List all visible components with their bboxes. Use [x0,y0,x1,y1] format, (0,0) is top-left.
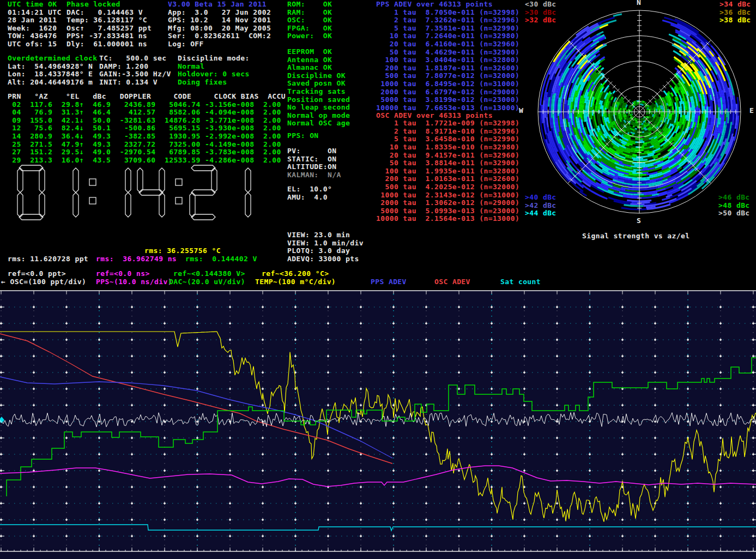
discipline-title: Discipline mode: [178,55,250,63]
rms-pps: rms: 36.962749 ns [96,255,177,263]
big-digital-clock [15,163,255,224]
version-title: V3.00 Beta 15 Jan 2011 [168,1,267,9]
fix-state: PV: ON STATIC: ON ALTITUDE:ON [287,147,337,171]
polar-caption: Signal strength vs az/el [582,232,690,241]
dbc-legend-item: >36 dBc [719,9,751,17]
dbc-legend-item: >32 dBc [525,16,557,25]
plot-label-sat-count: Sat count [500,278,541,286]
kalman-state: KALMAN: N/A [287,171,341,179]
dbc-legend-item: >38 dBc [719,16,751,25]
sat-table-rows: 02 117.6 29.8↑ 46.9 2436.89 5046.74 -3.1… [8,101,281,165]
pps-adev-table: 1 tau 8.7050e-011 (n=32998) 2 tau 7.3262… [376,9,519,112]
dbc-legend-bottom-right: >46 dBc>48 dBc>50 dBc [718,194,750,218]
compass-east: E [749,107,754,115]
utc-status: UTC time OK [8,1,57,9]
sat-table-header: PRN °AZ °EL dBc DOPPLER CODE CLOCK BIAS … [8,93,286,101]
scale-dac: DAC~(20.0 uV/div) [169,278,245,286]
pps-state: PPS: ON [287,132,319,140]
dbc-legend-bottom-left: >40 dBc>42 dBc>44 dBc [525,194,557,218]
view-settings: VIEW: 23.0 min VIEW: 1.0 min/div PLOTQ: … [287,231,364,263]
compass-south: S [637,217,641,225]
ref-osc: ref=<0.0 ppt> [8,270,66,278]
scale-temp: TEMP~(100 m°C/div) [255,278,336,286]
strip-chart-plot [0,290,756,559]
lady-heather-screen: UTC time OK 01:14:21 UTC 28 Jan 2011 Wee… [0,0,756,559]
discipline-state: Normal Holdover: 0 secs Doing fixes [178,63,250,87]
dbc-legend-top-left: <30 dBc>30 dBc>32 dBc [525,1,557,25]
loop-params: TC: 500.0 sec DAMP: 1.200 GAIN:-3.500 Hz… [99,55,171,86]
scale-osc: ← OSC=(100 ppt/div) [1,278,86,286]
health-status: ROM: OK RAM: OK OSC: OK FPGA: OK Power: … [287,1,332,40]
compass-north: N [637,0,641,7]
version-info: App: 3.0 27 Jun 2002 GPS: 10.2 14 Nov 20… [168,9,271,49]
dbc-legend-item: >34 dBc [719,1,751,9]
dbc-legend-item: <30 dBc [525,1,557,9]
mask-settings: EL: 10.0° AMU: 4.0 [287,185,332,201]
osc-adev-table: 1 tau 1.7721e-009 (n=32998) 2 tau 8.9171… [376,119,519,223]
rms-temp: rms: 36.255756 °C [144,247,221,255]
clock-mode-title: Overdetermined clock [8,55,98,63]
rms-dac: rms: 0.144402 V [185,255,257,263]
dbc-legend-item: >40 dBc [525,194,557,202]
ref-dac: ref~<0.144380 V> [173,270,245,278]
health-status-2: EEPROM OK Antenna OK Almanac OK Discipli… [287,48,350,128]
ref-pps: ref=<0.0 ns> [96,270,150,278]
phase-status: Phase locked [66,1,120,9]
dbc-legend-top-right: >34 dBc>36 dBc>38 dBc [719,1,751,25]
dbc-legend-item: >48 dBc [718,202,750,210]
phase-values: DAC: 0.144463 V Temp: 36.128117 °C Osc↑ … [66,9,152,49]
compass-west: W [519,107,523,115]
dbc-legend-item: >30 dBc [525,9,557,17]
position-values: Lat: 54.4964928° N Lon: 18.4337848° E Al… [8,63,93,87]
plot-label-pps-adev: PPS ADEV [371,278,407,286]
dbc-legend-item: >42 dBc [525,202,557,210]
osc-adev-title: OSC ADEV over 46313 points [376,112,493,120]
signal-strength-polar-map [531,3,749,221]
dbc-legend-item: >50 dBc [718,209,750,218]
plot-label-osc-adev: OSC ADEV [434,278,470,286]
dbc-legend-item: >46 dBc [718,194,750,202]
utc-info: 01:14:21 UTC 28 Jan 2011 Week: 1620 TOW:… [8,9,62,49]
rms-osc: rms: 11.620728 ppt [8,255,88,263]
scale-pps: PPS~(10.0 ns/div) [96,278,172,286]
pps-adev-title: PPS ADEV over 46313 points [376,1,493,9]
dbc-legend-item: >44 dBc [525,209,557,218]
ref-temp: ref~<36.200 °C> [262,270,329,278]
